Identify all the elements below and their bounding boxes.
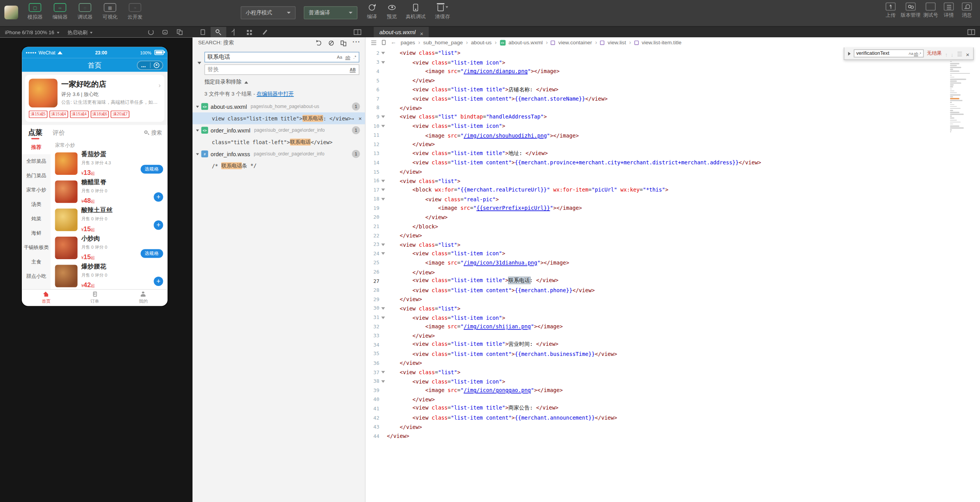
minimap[interactable]	[950, 49, 973, 133]
fold-icon[interactable]	[380, 189, 387, 191]
bookmark-icon[interactable]	[381, 39, 387, 46]
fold-icon[interactable]	[380, 371, 387, 373]
capsule-target-icon[interactable]	[150, 61, 163, 69]
fold-icon[interactable]	[380, 380, 387, 382]
expand-icon[interactable]	[196, 129, 199, 131]
fold-icon[interactable]	[380, 180, 387, 182]
replace-input[interactable]: 替换 AB	[205, 64, 360, 75]
store-card[interactable]: 一家好吃的店 评分 3.6 | 放心吃 公告: 让生活更有滋味，高端精订单任多，…	[25, 75, 164, 122]
breadcrumb-item[interactable]: view.list	[608, 39, 626, 45]
reload-mode-selector[interactable]: 热启动刷	[68, 27, 93, 38]
tabbar-home[interactable]: 首页	[22, 290, 70, 306]
choose-spec-button[interactable]: 选规格	[140, 249, 163, 258]
regex-icon[interactable]: .*	[919, 52, 921, 56]
category-item[interactable]: 全部菜品	[22, 154, 51, 169]
dish-item[interactable]: 小炒肉月售 0 评分 0¥15起选规格	[55, 234, 163, 261]
source-control-icon[interactable]	[226, 27, 242, 38]
search-details-toggle[interactable]: 指定目录和排除	[205, 79, 360, 86]
fold-icon[interactable]	[380, 243, 387, 246]
visualization-button[interactable]: ▦可视化	[98, 2, 122, 21]
add-dish-button[interactable]: +	[154, 192, 163, 202]
close-tab-icon[interactable]	[420, 27, 423, 38]
category-item[interactable]: 海鲜	[22, 226, 51, 241]
category-item[interactable]: 甜点小吃	[22, 269, 51, 284]
category-item[interactable]: 热门菜品	[22, 169, 51, 183]
category-item[interactable]: 炖菜	[22, 212, 51, 226]
refresh-icon[interactable]	[315, 40, 322, 47]
category-item[interactable]: 主食	[22, 255, 51, 269]
breadcrumb-item[interactable]: pages	[401, 39, 415, 45]
dish-item[interactable]: 糖醋里脊月售 0 评分 0¥48起+	[55, 177, 163, 205]
toggle-replace-icon[interactable]	[198, 62, 201, 64]
back-icon[interactable]	[390, 39, 397, 46]
layout-columns-icon[interactable]	[354, 30, 361, 35]
fold-icon[interactable]	[380, 198, 387, 200]
editor-button[interactable]: ‹›编辑器	[47, 2, 72, 21]
category-item[interactable]: 汤类	[22, 197, 51, 212]
split-editor-icon[interactable]	[968, 30, 975, 35]
code-editor[interactable]: 2 <view class="list">3 <view class="list…	[366, 47, 980, 502]
remote-debug-button[interactable]: 真机调试	[402, 2, 429, 20]
breadcrumb-item[interactable]: view.list-item.title	[642, 39, 681, 45]
replace-all-icon[interactable]: AB	[348, 68, 358, 72]
dish-item[interactable]: 酸辣土豆丝月售 0 评分 0¥15起+	[55, 206, 163, 234]
regex-icon[interactable]: .*	[352, 55, 357, 59]
device-selector[interactable]: iPhone 6/7/8 100% 16	[5, 27, 59, 38]
tab-order[interactable]: 点菜	[28, 128, 42, 137]
dish-item[interactable]: 爆炒腰花月售 0 评分 0¥42起+	[55, 261, 163, 289]
multi-device-icon[interactable]	[176, 29, 183, 36]
test-account-button[interactable]: 测试号	[922, 2, 939, 19]
close-icon[interactable]	[966, 48, 970, 59]
category-item[interactable]: 家常小炒	[22, 183, 51, 197]
search-file-row[interactable]: <>about-us.wxmlpages\sub_home_page\about…	[192, 101, 365, 113]
open-in-editor-icon[interactable]	[340, 40, 347, 47]
dish-search[interactable]: 搜索	[144, 129, 162, 137]
breadcrumb-item[interactable]: sub_home_page	[423, 39, 463, 45]
upload-button[interactable]: 上传	[882, 2, 899, 19]
simulator-button[interactable]: ▢模拟器	[23, 2, 47, 21]
fold-icon[interactable]	[380, 125, 387, 127]
message-button[interactable]: 消息	[959, 2, 975, 19]
whole-word-icon[interactable]: ab	[914, 52, 918, 56]
search-file-row[interactable]: <>order_info.wxmlpages\sub_order_page\or…	[192, 124, 365, 136]
find-in-selection-icon[interactable]	[957, 50, 963, 56]
search-match-row[interactable]: view class="list-item title">联系电话: </vie…	[192, 112, 365, 124]
version-button[interactable]: 版本管理	[901, 2, 920, 19]
screenshot-icon[interactable]	[162, 29, 169, 36]
details-button[interactable]: 详情	[941, 2, 957, 19]
extensions-icon[interactable]	[242, 27, 257, 38]
fold-icon[interactable]	[380, 52, 387, 54]
open-in-editor-link[interactable]: 在编辑器中打开	[257, 91, 294, 97]
clear-results-icon[interactable]	[327, 40, 334, 47]
theme-icon[interactable]	[257, 27, 273, 38]
search-match-row[interactable]: /* 联系电话条 */	[192, 160, 365, 172]
explorer-icon[interactable]	[195, 27, 210, 38]
expand-icon[interactable]	[196, 153, 199, 155]
breadcrumb-item[interactable]: view.container	[558, 39, 592, 45]
whole-word-icon[interactable]: ab	[344, 55, 352, 59]
category-item[interactable]: 干锅铁板类	[22, 241, 51, 255]
match-case-icon[interactable]: Aa	[336, 55, 343, 59]
tab-about-us-wxml[interactable]: about-us.wxml	[374, 27, 429, 38]
capsule-menu[interactable]	[137, 60, 163, 70]
search-file-row[interactable]: #order_info.wxsspages\sub_order_page\ord…	[192, 148, 365, 160]
find-expand-icon[interactable]	[848, 52, 850, 56]
add-dish-button[interactable]: +	[154, 220, 163, 230]
add-dish-button[interactable]: +	[154, 277, 163, 286]
find-next-icon[interactable]	[951, 48, 954, 59]
replace-match-icon[interactable]	[351, 115, 354, 122]
preview-button[interactable]: 预览	[383, 2, 401, 20]
breadcrumb-item[interactable]: about-us	[471, 39, 492, 45]
compile-button[interactable]: 编译	[362, 2, 381, 20]
find-input[interactable]: verificationText Aa ab .*	[854, 49, 924, 58]
compile-mode-dropdown[interactable]: 普通编译	[304, 6, 357, 19]
fold-icon[interactable]	[380, 316, 387, 319]
tab-reviews[interactable]: 评价	[52, 129, 65, 138]
match-case-icon[interactable]: Aa	[909, 52, 914, 56]
expand-icon[interactable]	[196, 105, 199, 107]
tabbar-me[interactable]: 我的	[119, 290, 168, 306]
search-icon[interactable]	[211, 27, 226, 38]
cloud-button[interactable]: ≈云开发	[122, 2, 147, 21]
dish-item[interactable]: 番茄炒蛋月售 3 评分 4.3¥13起选规格	[55, 149, 163, 177]
mode-dropdown[interactable]: 小程序模式	[241, 6, 296, 19]
